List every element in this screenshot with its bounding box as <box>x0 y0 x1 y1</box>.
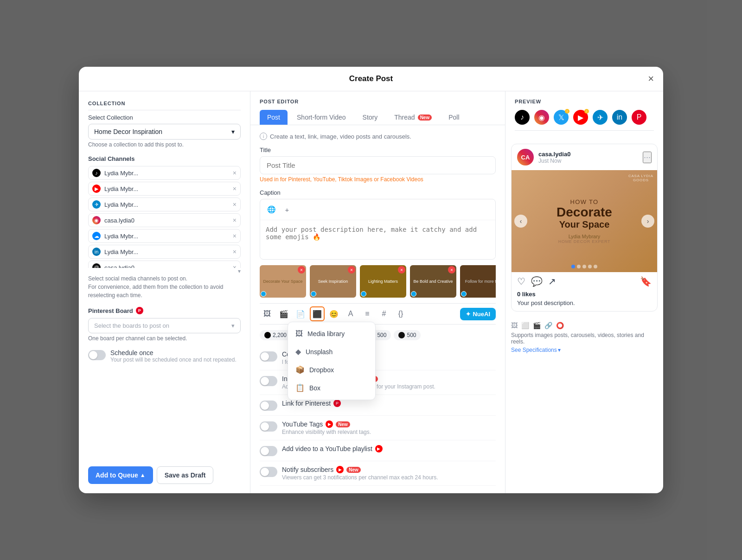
convert-toggle[interactable] <box>260 351 277 362</box>
remove-media-btn[interactable]: × <box>348 266 355 274</box>
tiktok-count: 2,200 <box>273 332 287 338</box>
instagram-icon: ◉ <box>92 216 101 224</box>
save-draft-button[interactable]: Save as Draft <box>157 466 214 484</box>
preview-tiktok-btn[interactable]: ♪ <box>515 110 530 125</box>
ig-brand-logo: CASA LYDIAGOODS <box>628 174 653 182</box>
schedule-row: Schedule once Your post will be schedule… <box>88 349 241 363</box>
channel-remove-btn[interactable]: × <box>233 248 237 255</box>
right-panel: PREVIEW ♪ ◉ 𝕏 ! ▶ ! ✈ in <box>505 91 663 493</box>
ig-next-arrow[interactable]: › <box>641 215 654 228</box>
platform-dots <box>261 291 266 297</box>
doc-upload-btn[interactable]: 📄 <box>293 306 308 321</box>
spec-video-icon: 🎬 <box>533 322 541 329</box>
media-library-option[interactable]: 🖼 Media library <box>288 325 375 343</box>
media-library-label: Media library <box>307 330 345 337</box>
box-label: Box <box>309 384 320 392</box>
youtube-alert-badge: ! <box>584 109 589 114</box>
show-more-btn[interactable]: ▾ <box>88 268 241 274</box>
globe-icon-btn[interactable]: 🌐 <box>265 203 278 216</box>
tiktok-count-icon <box>264 332 271 338</box>
modal-title: Create Post <box>349 74 393 83</box>
twitter-alert-badge: ! <box>565 109 569 114</box>
preview-linkedin-btn[interactable]: in <box>612 110 627 125</box>
ig-more-btn[interactable]: ··· <box>643 152 652 163</box>
preview-instagram-btn[interactable]: ◉ <box>534 110 549 125</box>
notify-toggle[interactable] <box>260 467 277 477</box>
youtube-small-icon2: ▶ <box>375 445 383 452</box>
add-queue-label: Add to Queue <box>96 471 138 479</box>
instagram-collab-toggle[interactable] <box>260 376 277 386</box>
option-info: Notify subscribers ▶ New Viewers can get… <box>282 466 496 481</box>
close-button[interactable]: × <box>648 73 654 85</box>
unsplash-option[interactable]: ◆ Unsplash <box>288 343 375 361</box>
image-upload-btn[interactable]: 🖼 <box>260 306 275 321</box>
board-select[interactable]: Select the boards to post on ▾ <box>88 318 241 333</box>
ig-share-btn[interactable]: ↗ <box>548 276 556 287</box>
ig-prev-arrow[interactable]: ‹ <box>514 215 527 228</box>
media-dropdown: 🖼 Media library ◆ Unsplash 📦 Dropbox <box>288 322 376 400</box>
channel-remove-btn[interactable]: × <box>233 185 237 192</box>
channel-item: in Lydia Mybr... × <box>88 245 241 259</box>
platform-dot-tiktok <box>261 291 266 297</box>
ig-time: Just Now <box>538 158 570 164</box>
channel-remove-btn[interactable]: × <box>233 201 237 208</box>
ig-likes: 0 likes <box>512 291 657 298</box>
collection-section-title: COLLECTION <box>88 101 241 106</box>
middle-panel: POST EDITOR Post Short-form Video Story … <box>250 91 505 493</box>
see-specs-btn[interactable]: See Specifications ▾ <box>511 347 658 353</box>
ig-comment-btn[interactable]: 💬 <box>531 276 543 287</box>
ig-like-btn[interactable]: ♡ <box>517 276 525 287</box>
link-pinterest-toggle[interactable] <box>260 401 277 411</box>
channel-item: @ casa.lydia0 × <box>88 261 241 268</box>
video-upload-btn[interactable]: 🎬 <box>276 306 291 321</box>
telegram-icon: ✈ <box>92 200 101 209</box>
code-btn[interactable]: {} <box>393 306 408 321</box>
channel-remove-btn[interactable]: × <box>233 264 237 268</box>
dropbox-option[interactable]: 📦 Dropbox <box>288 361 375 379</box>
collection-select[interactable]: Home Decor Inspiration ▾ <box>88 124 241 140</box>
youtube-tags-toggle[interactable] <box>260 421 277 432</box>
option-info: YouTube Tags ▶ New Enhance visibility wi… <box>282 420 496 435</box>
title-input[interactable] <box>260 156 496 174</box>
text-format-btn[interactable]: A <box>343 306 358 321</box>
channel-remove-btn[interactable]: × <box>233 232 237 240</box>
tab-short-form-video[interactable]: Short-form Video <box>289 110 353 125</box>
ig-bookmark-btn[interactable]: 🔖 <box>640 276 652 287</box>
spec-image-icon: 🖼 <box>511 322 518 329</box>
channel-remove-btn[interactable]: × <box>233 169 237 177</box>
schedule-toggle[interactable] <box>88 350 106 360</box>
preview-pinterest-btn[interactable]: P <box>632 110 646 125</box>
youtube-playlist-toggle[interactable] <box>260 446 277 456</box>
media-library-btn[interactable]: ⬛ <box>310 306 325 321</box>
preview-youtube-btn[interactable]: ▶ ! <box>573 110 588 125</box>
remove-media-btn[interactable]: × <box>298 266 305 274</box>
option-youtube-tags: YouTube Tags ▶ New Enhance visibility wi… <box>260 416 496 440</box>
preview-telegram-btn[interactable]: ✈ <box>593 110 608 125</box>
channel-name: Lydia Mybr... <box>104 201 138 208</box>
hashtag-btn[interactable]: # <box>377 306 391 321</box>
channels-hint: Select social media channels to post on.… <box>88 274 241 299</box>
channel-remove-btn[interactable]: × <box>233 216 237 224</box>
align-btn[interactable]: ≡ <box>360 306 375 321</box>
add-to-queue-button[interactable]: Add to Queue ▲ <box>88 466 153 484</box>
nueai-label: NueAI <box>473 311 490 318</box>
tab-story[interactable]: Story <box>355 110 385 125</box>
tab-thread[interactable]: Thread New <box>387 110 439 125</box>
media-thumb-1: × Decorate Your Space <box>260 265 306 298</box>
title-label: Title <box>260 146 496 153</box>
box-option[interactable]: 📋 Box <box>288 379 375 397</box>
remove-media-btn[interactable]: × <box>448 266 455 274</box>
caption-input[interactable] <box>260 220 495 257</box>
modal-body: COLLECTION Select Collection Home Decor … <box>79 91 663 493</box>
platform-dots <box>361 291 366 297</box>
add-caption-btn[interactable]: + <box>281 203 294 216</box>
info-icon: i <box>260 133 267 140</box>
emoji-btn[interactable]: 😊 <box>326 306 341 321</box>
editor-content: i Create a text, link, image, video post… <box>250 125 505 493</box>
option-info: Add video to a YouTube playlist ▶ <box>282 445 496 452</box>
tab-poll[interactable]: Poll <box>441 110 467 125</box>
remove-media-btn[interactable]: × <box>398 266 405 274</box>
preview-twitter-btn[interactable]: 𝕏 ! <box>554 110 569 125</box>
nueai-button[interactable]: ✦ NueAI <box>460 308 496 320</box>
tab-post[interactable]: Post <box>260 110 288 125</box>
